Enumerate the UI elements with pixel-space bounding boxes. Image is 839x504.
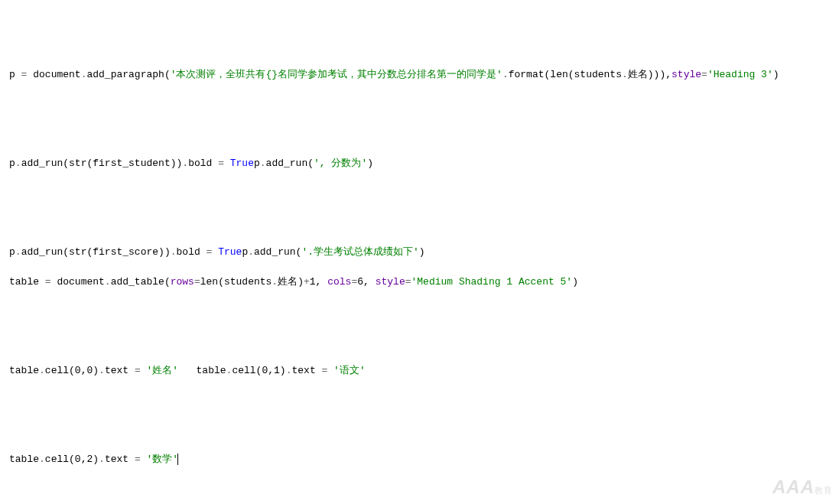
blank-line [9,216,830,230]
code-line: p.add_run(str(first_student)).bold = Tru… [9,156,830,171]
blank-line [9,393,830,408]
blank-line [9,97,830,112]
blank-line [9,334,830,349]
blank-line [9,423,830,437]
code-line: table.cell(0,2).text = '数学' [9,452,830,467]
code-line: table = document.add_table(rows=len(stud… [9,275,830,290]
blank-line [9,186,830,200]
blank-line [9,127,830,141]
code-line: p = document.add_paragraph('本次测评，全班共有{}名… [9,67,830,83]
text-cursor [177,454,178,465]
blank-line [9,482,830,496]
code-editor[interactable]: p = document.add_paragraph('本次测评，全班共有{}名… [9,67,830,504]
code-line: p.add_run(str(first_score)).bold = Truep… [9,245,830,260]
blank-line [9,304,830,319]
code-line: table.cell(0,0).text = '姓名' table.cell(0… [9,363,830,379]
